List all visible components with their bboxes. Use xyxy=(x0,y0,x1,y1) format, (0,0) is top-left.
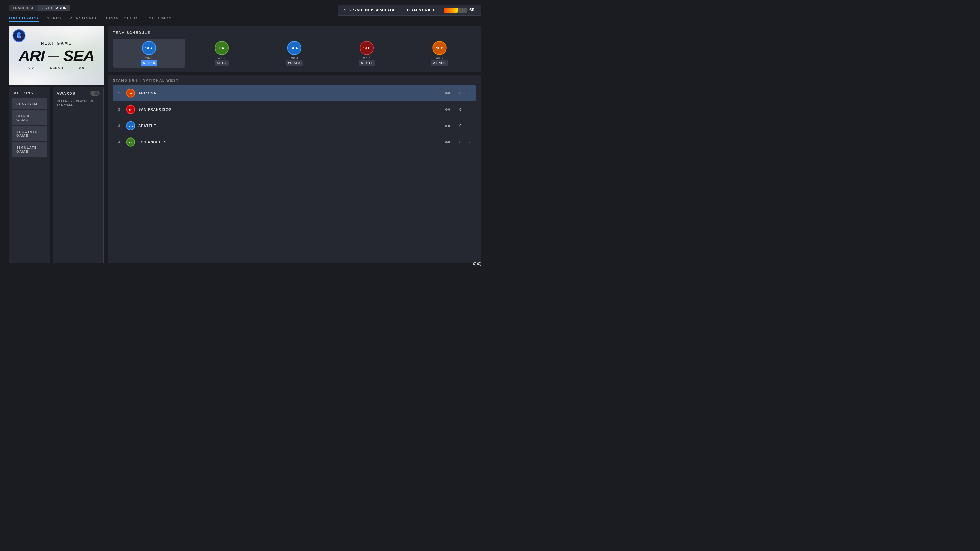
standings-box: STANDINGS | NATIONAL WEST 1 ARI ARIZONA … xyxy=(108,75,481,263)
morale-label: TEAM MORALE xyxy=(406,8,436,12)
awards-header: AWARDS xyxy=(57,91,100,96)
team-logo-corner: ARI xyxy=(12,29,25,42)
svg-text:SEA: SEA xyxy=(128,125,133,127)
matchup-row: ARI — SEA xyxy=(19,47,94,65)
standings-rank-1: 1 xyxy=(115,91,123,95)
main-content: ARI NEXT GAME ARI — SEA 0-0 WEEK 1 0-0 xyxy=(0,22,490,267)
schedule-game-5[interactable]: NEB WK 5 AT NEB xyxy=(403,39,476,68)
standings-icon-sea: SEA xyxy=(126,121,135,130)
standings-row-4: 4 LA LOS ANGELES 0-0 0 - xyxy=(113,135,476,150)
awards-title: AWARDS xyxy=(57,91,75,95)
schedule-opp-5: AT NEB xyxy=(431,60,448,65)
svg-text:LA: LA xyxy=(219,46,224,50)
standings-rank-4: 4 xyxy=(115,140,123,144)
morale-bar-container: 60 xyxy=(444,7,474,13)
standings-team-la: LOS ANGELES xyxy=(138,140,440,144)
next-game-card: ARI NEXT GAME ARI — SEA 0-0 WEEK 1 0-0 xyxy=(9,26,103,85)
standings-icon-sf: SF xyxy=(126,105,135,114)
nav-personnel[interactable]: PERSONNEL xyxy=(69,16,98,22)
schedule-icon-3: SEA xyxy=(287,41,301,55)
standings-diff-la: - xyxy=(466,140,473,144)
schedule-opp-1: AT SEA xyxy=(141,60,158,65)
play-game-button[interactable]: PLAY GAME xyxy=(12,98,47,110)
standings-row-1: 1 ARI ARIZONA 0-0 0 - xyxy=(113,86,476,101)
nav-front-office[interactable]: FRONT OFFICE xyxy=(106,16,141,22)
standings-row-3: 3 SEA SEATTLE 0-0 0 - xyxy=(113,118,476,133)
standings-icon-la: LA xyxy=(126,138,135,147)
schedule-opp-2: AT LA xyxy=(215,60,229,65)
standings-team-sea: SEATTLE xyxy=(138,124,440,128)
standings-record-sea: 0-0 xyxy=(440,124,455,128)
left-panel: ARI NEXT GAME ARI — SEA 0-0 WEEK 1 0-0 xyxy=(9,26,103,263)
funds-available: $56.77M FUNDS AVAILABLE xyxy=(344,8,398,12)
standings-rank-3: 3 xyxy=(115,124,123,128)
standings-pts-sf: 0 xyxy=(455,107,466,111)
standings-diff-sea: - xyxy=(466,124,473,128)
standings-record-ari: 0-0 xyxy=(440,91,455,95)
away-team: SEA xyxy=(63,47,94,65)
coach-game-button[interactable]: COACH GAME xyxy=(12,110,47,125)
schedule-icon-2: LA xyxy=(215,41,229,55)
schedule-games: SEA WK 1 AT SEA LA WK 2 AT LA xyxy=(113,39,476,68)
svg-text:NEB: NEB xyxy=(436,46,443,50)
franchise-label: FRANCHISE xyxy=(9,5,38,11)
actions-header: ACtIOns xyxy=(9,87,50,97)
nav-stats[interactable]: STATS xyxy=(47,16,62,22)
away-record: 0-0 xyxy=(79,66,84,70)
standings-pts-la: 0 xyxy=(455,140,466,144)
morale-bar-fill xyxy=(444,8,458,13)
home-team: ARI xyxy=(19,47,45,65)
back-button[interactable]: << xyxy=(473,260,481,268)
standings-pts-sea: 0 xyxy=(455,124,466,128)
home-record: 0-0 xyxy=(28,66,34,70)
schedule-week-3: WK 3 xyxy=(291,57,298,59)
nav-settings[interactable]: SETTINGS xyxy=(149,16,172,22)
schedule-icon-4: STL xyxy=(360,41,374,55)
right-section: TEAM SCHEDULE SEA WK 1 AT SEA xyxy=(108,26,481,263)
standings-team-ari: ARIZONA xyxy=(138,91,440,95)
svg-text:ARI: ARI xyxy=(129,92,133,95)
svg-text:SEA: SEA xyxy=(291,46,298,50)
award-item: OFFENSIVE PLAYER OF THE WEEK xyxy=(57,99,100,107)
nav-dashboard[interactable]: DASHBOARD xyxy=(9,16,39,22)
schedule-game-2[interactable]: LA WK 2 AT LA xyxy=(185,39,258,68)
standings-record-sf: 0-0 xyxy=(440,108,455,111)
svg-text:SEA: SEA xyxy=(145,46,153,50)
matchup-dash: — xyxy=(48,50,59,62)
schedule-week-2: WK 2 xyxy=(218,57,225,59)
schedule-title: TEAM SCHEDULE xyxy=(113,30,476,35)
awards-toggle[interactable] xyxy=(90,91,100,96)
schedule-opp-4: AT STL xyxy=(359,60,375,65)
matchup-details: 0-0 WEEK 1 0-0 xyxy=(28,66,84,70)
funds-bar: $56.77M FUNDS AVAILABLE TEAM MORALE 60 xyxy=(338,5,481,16)
svg-text:STL: STL xyxy=(363,46,370,50)
week-label: WEEK 1 xyxy=(49,66,64,70)
standings-diff-ari: - xyxy=(466,91,473,95)
simulate-game-button[interactable]: SIMULATE GAME xyxy=(12,142,47,157)
morale-bar xyxy=(444,8,467,13)
schedule-week-1: WK 1 xyxy=(145,57,153,59)
svg-text:SF: SF xyxy=(129,109,132,111)
next-game-label: NEXT GAME xyxy=(41,41,72,46)
standings-icon-ari: ARI xyxy=(126,89,135,98)
schedule-week-5: WK 5 xyxy=(436,57,443,59)
schedule-week-4: WK 4 xyxy=(363,57,371,59)
awards-box: AWARDS OFFENSIVE PLAYER OF THE WEEK xyxy=(52,87,103,263)
schedule-icon-1: SEA xyxy=(142,41,156,55)
actions-box: ACtIOns PLAY GAME COACH GAME SPECTATE GA… xyxy=(9,87,50,263)
standings-record-la: 0-0 xyxy=(440,140,455,144)
season-label: 2021 SEASON xyxy=(38,5,70,11)
schedule-icon-5: NEB xyxy=(432,41,447,55)
standings-row-2: 2 SF SAN FRANCISCO 0-0 0 - xyxy=(113,102,476,117)
schedule-game-4[interactable]: STL WK 4 AT STL xyxy=(331,39,403,68)
standings-pts-ari: 0 xyxy=(455,91,466,95)
schedule-opp-3: VS SEA xyxy=(286,60,303,65)
standings-rank-2: 2 xyxy=(115,107,123,111)
svg-text:LA: LA xyxy=(129,141,132,144)
svg-text:ARI: ARI xyxy=(17,35,21,38)
schedule-game-1[interactable]: SEA WK 1 AT SEA xyxy=(113,39,185,68)
schedule-game-3[interactable]: SEA WK 3 VS SEA xyxy=(258,39,331,68)
standings-diff-sf: - xyxy=(466,108,473,111)
schedule-box: TEAM SCHEDULE SEA WK 1 AT SEA xyxy=(108,26,481,72)
spectate-game-button[interactable]: SPECTATE GAME xyxy=(12,126,47,141)
